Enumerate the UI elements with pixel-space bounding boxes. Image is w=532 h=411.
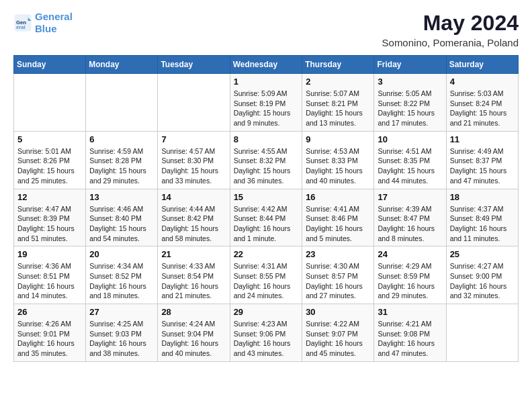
calendar-cell-day-11: 11Sunrise: 4:49 AMSunset: 8:37 PMDayligh…	[446, 131, 518, 189]
calendar-cell-day-23: 23Sunrise: 4:30 AMSunset: 8:57 PMDayligh…	[302, 246, 374, 304]
calendar-cell-day-20: 20Sunrise: 4:34 AMSunset: 8:52 PMDayligh…	[86, 246, 158, 304]
calendar-cell-day-7: 7Sunrise: 4:57 AMSunset: 8:30 PMDaylight…	[158, 131, 230, 189]
weekday-header-sunday: Sunday	[14, 56, 86, 74]
cell-sun-info: Sunrise: 4:42 AMSunset: 8:44 PMDaylight:…	[234, 204, 299, 244]
weekday-header-thursday: Thursday	[302, 56, 374, 74]
cell-sun-info: Sunrise: 4:25 AMSunset: 9:03 PMDaylight:…	[89, 319, 154, 359]
cell-sun-info: Sunrise: 4:30 AMSunset: 8:57 PMDaylight:…	[306, 261, 370, 301]
day-number: 20	[89, 249, 154, 259]
calendar-header: SundayMondayTuesdayWednesdayThursdayFrid…	[14, 56, 519, 74]
cell-sun-info: Sunrise: 4:57 AMSunset: 8:30 PMDaylight:…	[161, 146, 226, 186]
day-number: 24	[378, 249, 442, 259]
day-number: 18	[450, 192, 515, 202]
calendar-cell-day-9: 9Sunrise: 4:53 AMSunset: 8:33 PMDaylight…	[302, 131, 374, 189]
cell-sun-info: Sunrise: 4:55 AMSunset: 8:32 PMDaylight:…	[234, 146, 299, 186]
calendar-cell-day-13: 13Sunrise: 4:46 AMSunset: 8:40 PMDayligh…	[86, 189, 158, 246]
calendar-cell-day-14: 14Sunrise: 4:44 AMSunset: 8:42 PMDayligh…	[158, 189, 230, 246]
cell-sun-info: Sunrise: 4:37 AMSunset: 8:49 PMDaylight:…	[450, 204, 515, 244]
calendar-cell-day-27: 27Sunrise: 4:25 AMSunset: 9:03 PMDayligh…	[86, 304, 158, 362]
day-number: 11	[450, 134, 515, 144]
calendar-cell-day-15: 15Sunrise: 4:42 AMSunset: 8:44 PMDayligh…	[230, 189, 302, 246]
cell-sun-info: Sunrise: 5:05 AMSunset: 8:22 PMDaylight:…	[378, 89, 442, 128]
location-subtitle: Somonino, Pomerania, Poland	[382, 37, 519, 48]
day-number: 5	[17, 134, 82, 144]
day-number: 23	[306, 249, 370, 259]
weekday-header-wednesday: Wednesday	[230, 56, 302, 74]
day-number: 31	[378, 307, 442, 317]
weekday-header-tuesday: Tuesday	[158, 56, 230, 74]
calendar-cell-empty	[86, 74, 158, 132]
cell-sun-info: Sunrise: 4:46 AMSunset: 8:40 PMDaylight:…	[89, 204, 154, 244]
day-number: 3	[378, 77, 442, 87]
calendar-body: 1Sunrise: 5:09 AMSunset: 8:19 PMDaylight…	[14, 74, 519, 362]
calendar-cell-day-17: 17Sunrise: 4:39 AMSunset: 8:47 PMDayligh…	[374, 189, 446, 246]
day-number: 6	[89, 134, 154, 144]
calendar-cell-day-26: 26Sunrise: 4:26 AMSunset: 9:01 PMDayligh…	[14, 304, 86, 362]
calendar-cell-day-4: 4Sunrise: 5:03 AMSunset: 8:24 PMDaylight…	[446, 74, 518, 132]
calendar-cell-day-22: 22Sunrise: 4:31 AMSunset: 8:55 PMDayligh…	[230, 246, 302, 304]
day-number: 10	[378, 134, 442, 144]
cell-sun-info: Sunrise: 4:31 AMSunset: 8:55 PMDaylight:…	[234, 261, 299, 301]
calendar-week-1: 1Sunrise: 5:09 AMSunset: 8:19 PMDaylight…	[14, 74, 519, 132]
day-number: 19	[17, 249, 82, 259]
logo-icon: Gen eral	[13, 13, 32, 32]
calendar-cell-day-25: 25Sunrise: 4:27 AMSunset: 9:00 PMDayligh…	[446, 246, 518, 304]
calendar-cell-empty	[14, 74, 86, 132]
calendar-week-4: 19Sunrise: 4:36 AMSunset: 8:51 PMDayligh…	[14, 246, 519, 304]
calendar-cell-day-16: 16Sunrise: 4:41 AMSunset: 8:46 PMDayligh…	[302, 189, 374, 246]
calendar-week-3: 12Sunrise: 4:47 AMSunset: 8:39 PMDayligh…	[14, 189, 519, 246]
day-number: 13	[89, 192, 154, 202]
cell-sun-info: Sunrise: 4:59 AMSunset: 8:28 PMDaylight:…	[89, 146, 154, 186]
day-number: 4	[450, 77, 515, 87]
cell-sun-info: Sunrise: 5:01 AMSunset: 8:26 PMDaylight:…	[17, 146, 82, 186]
calendar-cell-day-1: 1Sunrise: 5:09 AMSunset: 8:19 PMDaylight…	[230, 74, 302, 132]
day-number: 27	[89, 307, 154, 317]
cell-sun-info: Sunrise: 5:03 AMSunset: 8:24 PMDaylight:…	[450, 89, 515, 128]
day-number: 1	[234, 77, 299, 87]
cell-sun-info: Sunrise: 4:51 AMSunset: 8:35 PMDaylight:…	[378, 146, 442, 186]
calendar-cell-day-5: 5Sunrise: 5:01 AMSunset: 8:26 PMDaylight…	[14, 131, 86, 189]
cell-sun-info: Sunrise: 4:29 AMSunset: 8:59 PMDaylight:…	[378, 261, 442, 301]
cell-sun-info: Sunrise: 4:23 AMSunset: 9:06 PMDaylight:…	[234, 319, 299, 359]
day-number: 16	[306, 192, 370, 202]
day-number: 29	[234, 307, 299, 317]
day-number: 14	[161, 192, 226, 202]
cell-sun-info: Sunrise: 4:53 AMSunset: 8:33 PMDaylight:…	[306, 146, 370, 186]
day-number: 9	[306, 134, 370, 144]
day-number: 30	[306, 307, 370, 317]
calendar-cell-day-21: 21Sunrise: 4:33 AMSunset: 8:54 PMDayligh…	[158, 246, 230, 304]
calendar-week-5: 26Sunrise: 4:26 AMSunset: 9:01 PMDayligh…	[14, 304, 519, 362]
cell-sun-info: Sunrise: 4:36 AMSunset: 8:51 PMDaylight:…	[17, 261, 82, 301]
logo: Gen eral GeneralBlue	[13, 11, 73, 35]
cell-sun-info: Sunrise: 4:39 AMSunset: 8:47 PMDaylight:…	[378, 204, 442, 244]
weekday-header-monday: Monday	[86, 56, 158, 74]
svg-text:eral: eral	[16, 24, 26, 30]
cell-sun-info: Sunrise: 4:24 AMSunset: 9:04 PMDaylight:…	[161, 319, 226, 359]
day-number: 2	[306, 77, 370, 87]
cell-sun-info: Sunrise: 4:41 AMSunset: 8:46 PMDaylight:…	[306, 204, 370, 244]
calendar-cell-day-18: 18Sunrise: 4:37 AMSunset: 8:49 PMDayligh…	[446, 189, 518, 246]
calendar-cell-day-8: 8Sunrise: 4:55 AMSunset: 8:32 PMDaylight…	[230, 131, 302, 189]
day-number: 12	[17, 192, 82, 202]
day-number: 15	[234, 192, 299, 202]
day-number: 17	[378, 192, 442, 202]
cell-sun-info: Sunrise: 4:47 AMSunset: 8:39 PMDaylight:…	[17, 204, 82, 244]
calendar-table: SundayMondayTuesdayWednesdayThursdayFrid…	[13, 55, 519, 362]
cell-sun-info: Sunrise: 4:34 AMSunset: 8:52 PMDaylight:…	[89, 261, 154, 301]
day-number: 25	[450, 249, 515, 259]
day-number: 26	[17, 307, 82, 317]
page-header: Gen eral GeneralBlue May 2024 Somonino, …	[13, 11, 519, 48]
day-number: 28	[161, 307, 226, 317]
weekday-header-row: SundayMondayTuesdayWednesdayThursdayFrid…	[14, 56, 519, 74]
calendar-cell-day-29: 29Sunrise: 4:23 AMSunset: 9:06 PMDayligh…	[230, 304, 302, 362]
logo-name: GeneralBlue	[35, 11, 73, 35]
cell-sun-info: Sunrise: 4:21 AMSunset: 9:08 PMDaylight:…	[378, 319, 442, 359]
calendar-cell-empty	[446, 304, 518, 362]
calendar-cell-day-6: 6Sunrise: 4:59 AMSunset: 8:28 PMDaylight…	[86, 131, 158, 189]
calendar-cell-day-2: 2Sunrise: 5:07 AMSunset: 8:21 PMDaylight…	[302, 74, 374, 132]
cell-sun-info: Sunrise: 4:22 AMSunset: 9:07 PMDaylight:…	[306, 319, 370, 359]
cell-sun-info: Sunrise: 5:07 AMSunset: 8:21 PMDaylight:…	[306, 89, 370, 128]
cell-sun-info: Sunrise: 4:33 AMSunset: 8:54 PMDaylight:…	[161, 261, 226, 301]
title-block: May 2024 Somonino, Pomerania, Poland	[382, 11, 519, 48]
calendar-cell-day-24: 24Sunrise: 4:29 AMSunset: 8:59 PMDayligh…	[374, 246, 446, 304]
